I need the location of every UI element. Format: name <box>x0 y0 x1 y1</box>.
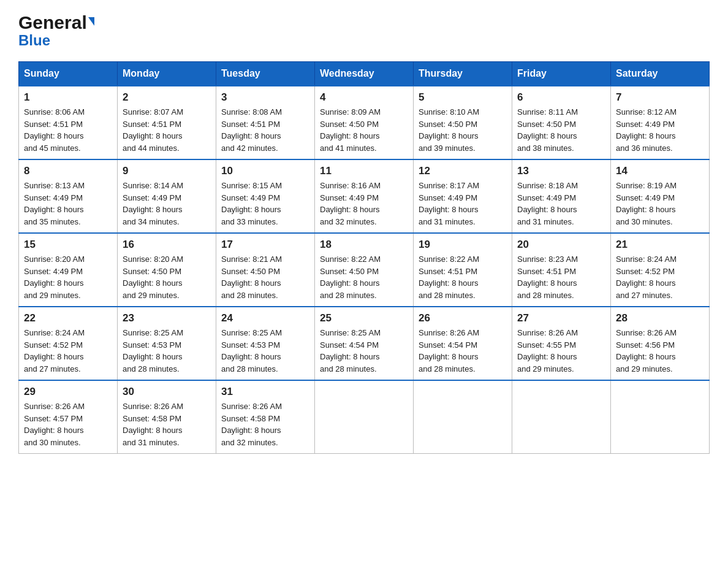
page-header: General Blue <box>18 12 710 49</box>
day-info: Sunrise: 8:26 AMSunset: 4:58 PMDaylight:… <box>221 400 309 448</box>
day-number: 6 <box>517 91 605 104</box>
day-info: Sunrise: 8:23 AMSunset: 4:51 PMDaylight:… <box>517 253 605 301</box>
day-cell: 20Sunrise: 8:23 AMSunset: 4:51 PMDayligh… <box>512 233 611 307</box>
day-cell: 17Sunrise: 8:21 AMSunset: 4:50 PMDayligh… <box>216 233 315 307</box>
day-cell: 24Sunrise: 8:25 AMSunset: 4:53 PMDayligh… <box>216 307 315 380</box>
logo-blue-word: Blue <box>18 32 50 49</box>
day-number: 29 <box>24 386 112 398</box>
day-info: Sunrise: 8:18 AMSunset: 4:49 PMDaylight:… <box>517 180 605 228</box>
day-cell: 31Sunrise: 8:26 AMSunset: 4:58 PMDayligh… <box>216 380 315 454</box>
day-cell: 2Sunrise: 8:07 AMSunset: 4:51 PMDaylight… <box>118 86 216 159</box>
day-number: 20 <box>517 239 605 251</box>
day-number: 3 <box>221 91 309 104</box>
day-info: Sunrise: 8:25 AMSunset: 4:53 PMDaylight:… <box>123 327 211 375</box>
day-info: Sunrise: 8:20 AMSunset: 4:50 PMDaylight:… <box>123 253 211 301</box>
day-cell: 9Sunrise: 8:14 AMSunset: 4:49 PMDaylight… <box>118 159 216 233</box>
day-info: Sunrise: 8:06 AMSunset: 4:51 PMDaylight:… <box>24 106 112 154</box>
header-cell-thursday: Thursday <box>414 62 512 86</box>
day-cell: 18Sunrise: 8:22 AMSunset: 4:50 PMDayligh… <box>315 233 414 307</box>
day-number: 21 <box>616 239 704 251</box>
day-info: Sunrise: 8:26 AMSunset: 4:56 PMDaylight:… <box>616 327 704 375</box>
day-cell: 5Sunrise: 8:10 AMSunset: 4:50 PMDaylight… <box>414 86 512 159</box>
day-cell <box>414 380 512 454</box>
day-info: Sunrise: 8:24 AMSunset: 4:52 PMDaylight:… <box>24 327 112 375</box>
day-number: 8 <box>24 165 112 177</box>
day-info: Sunrise: 8:22 AMSunset: 4:51 PMDaylight:… <box>419 253 507 301</box>
day-number: 24 <box>221 312 309 324</box>
day-number: 15 <box>24 239 112 251</box>
day-cell: 10Sunrise: 8:15 AMSunset: 4:49 PMDayligh… <box>216 159 315 233</box>
day-info: Sunrise: 8:26 AMSunset: 4:55 PMDaylight:… <box>517 327 605 375</box>
day-info: Sunrise: 8:15 AMSunset: 4:49 PMDaylight:… <box>221 180 309 228</box>
day-info: Sunrise: 8:22 AMSunset: 4:50 PMDaylight:… <box>320 253 408 301</box>
calendar-header: SundayMondayTuesdayWednesdayThursdayFrid… <box>19 62 710 86</box>
week-row-1: 1Sunrise: 8:06 AMSunset: 4:51 PMDaylight… <box>19 86 710 159</box>
day-info: Sunrise: 8:20 AMSunset: 4:49 PMDaylight:… <box>24 253 112 301</box>
day-info: Sunrise: 8:26 AMSunset: 4:54 PMDaylight:… <box>419 327 507 375</box>
day-cell: 30Sunrise: 8:26 AMSunset: 4:58 PMDayligh… <box>118 380 216 454</box>
day-info: Sunrise: 8:25 AMSunset: 4:54 PMDaylight:… <box>320 327 408 375</box>
day-number: 19 <box>419 239 507 251</box>
day-cell: 4Sunrise: 8:09 AMSunset: 4:50 PMDaylight… <box>315 86 414 159</box>
day-cell: 25Sunrise: 8:25 AMSunset: 4:54 PMDayligh… <box>315 307 414 380</box>
day-number: 16 <box>123 239 211 251</box>
day-cell: 29Sunrise: 8:26 AMSunset: 4:57 PMDayligh… <box>19 380 118 454</box>
day-cell: 6Sunrise: 8:11 AMSunset: 4:50 PMDaylight… <box>512 86 611 159</box>
day-info: Sunrise: 8:25 AMSunset: 4:53 PMDaylight:… <box>221 327 309 375</box>
day-info: Sunrise: 8:07 AMSunset: 4:51 PMDaylight:… <box>123 106 211 154</box>
day-info: Sunrise: 8:12 AMSunset: 4:49 PMDaylight:… <box>616 106 704 154</box>
day-number: 5 <box>419 91 507 104</box>
day-info: Sunrise: 8:16 AMSunset: 4:49 PMDaylight:… <box>320 180 408 228</box>
day-info: Sunrise: 8:21 AMSunset: 4:50 PMDaylight:… <box>221 253 309 301</box>
day-number: 25 <box>320 312 408 324</box>
day-number: 1 <box>24 91 112 104</box>
day-info: Sunrise: 8:17 AMSunset: 4:49 PMDaylight:… <box>419 180 507 228</box>
day-number: 12 <box>419 165 507 177</box>
day-number: 17 <box>221 239 309 251</box>
day-cell: 1Sunrise: 8:06 AMSunset: 4:51 PMDaylight… <box>19 86 118 159</box>
day-cell: 3Sunrise: 8:08 AMSunset: 4:51 PMDaylight… <box>216 86 315 159</box>
day-info: Sunrise: 8:26 AMSunset: 4:58 PMDaylight:… <box>123 400 211 448</box>
day-number: 2 <box>123 91 211 104</box>
day-cell <box>315 380 414 454</box>
logo-general-word: General <box>18 12 87 33</box>
day-cell: 26Sunrise: 8:26 AMSunset: 4:54 PMDayligh… <box>414 307 512 380</box>
day-info: Sunrise: 8:11 AMSunset: 4:50 PMDaylight:… <box>517 106 605 154</box>
day-number: 18 <box>320 239 408 251</box>
day-number: 23 <box>123 312 211 324</box>
logo-triangle-icon <box>88 17 94 26</box>
header-cell-monday: Monday <box>118 62 216 86</box>
calendar-body: 1Sunrise: 8:06 AMSunset: 4:51 PMDaylight… <box>19 86 710 454</box>
day-info: Sunrise: 8:14 AMSunset: 4:49 PMDaylight:… <box>123 180 211 228</box>
day-info: Sunrise: 8:13 AMSunset: 4:49 PMDaylight:… <box>24 180 112 228</box>
day-info: Sunrise: 8:19 AMSunset: 4:49 PMDaylight:… <box>616 180 704 228</box>
day-cell: 13Sunrise: 8:18 AMSunset: 4:49 PMDayligh… <box>512 159 611 233</box>
week-row-3: 15Sunrise: 8:20 AMSunset: 4:49 PMDayligh… <box>19 233 710 307</box>
day-cell: 16Sunrise: 8:20 AMSunset: 4:50 PMDayligh… <box>118 233 216 307</box>
header-cell-sunday: Sunday <box>19 62 118 86</box>
day-cell: 8Sunrise: 8:13 AMSunset: 4:49 PMDaylight… <box>19 159 118 233</box>
day-cell: 7Sunrise: 8:12 AMSunset: 4:49 PMDaylight… <box>611 86 710 159</box>
day-cell: 23Sunrise: 8:25 AMSunset: 4:53 PMDayligh… <box>118 307 216 380</box>
day-cell: 14Sunrise: 8:19 AMSunset: 4:49 PMDayligh… <box>611 159 710 233</box>
day-info: Sunrise: 8:26 AMSunset: 4:57 PMDaylight:… <box>24 400 112 448</box>
day-info: Sunrise: 8:08 AMSunset: 4:51 PMDaylight:… <box>221 106 309 154</box>
day-cell: 21Sunrise: 8:24 AMSunset: 4:52 PMDayligh… <box>611 233 710 307</box>
week-row-4: 22Sunrise: 8:24 AMSunset: 4:52 PMDayligh… <box>19 307 710 380</box>
day-cell: 22Sunrise: 8:24 AMSunset: 4:52 PMDayligh… <box>19 307 118 380</box>
header-cell-wednesday: Wednesday <box>315 62 414 86</box>
day-number: 30 <box>123 386 211 398</box>
day-cell: 19Sunrise: 8:22 AMSunset: 4:51 PMDayligh… <box>414 233 512 307</box>
day-number: 26 <box>419 312 507 324</box>
day-number: 28 <box>616 312 704 324</box>
day-number: 22 <box>24 312 112 324</box>
week-row-5: 29Sunrise: 8:26 AMSunset: 4:57 PMDayligh… <box>19 380 710 454</box>
header-row: SundayMondayTuesdayWednesdayThursdayFrid… <box>19 62 710 86</box>
day-number: 4 <box>320 91 408 104</box>
day-number: 7 <box>616 91 704 104</box>
header-cell-saturday: Saturday <box>611 62 710 86</box>
day-number: 11 <box>320 165 408 177</box>
day-cell <box>611 380 710 454</box>
logo: General Blue <box>18 12 94 49</box>
day-number: 31 <box>221 386 309 398</box>
